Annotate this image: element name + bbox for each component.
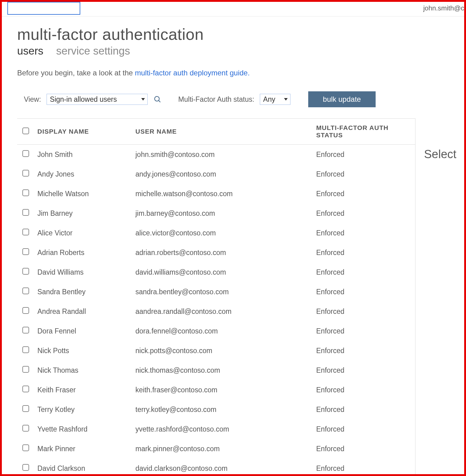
row-checkbox[interactable] bbox=[22, 386, 29, 392]
users-table-wrap: DISPLAY NAME USER NAME MULTI-FACTOR AUTH… bbox=[17, 118, 415, 476]
cell-user-name: jim.barney@contoso.com bbox=[132, 204, 313, 223]
select-all-checkbox[interactable] bbox=[22, 128, 29, 134]
table-row[interactable]: David Williamsdavid.williams@contoso.com… bbox=[17, 262, 415, 282]
cell-mfa-status: Enforced bbox=[313, 204, 415, 223]
cell-display-name: Yvette Rashford bbox=[34, 419, 132, 439]
table-row[interactable]: Nick Thomasnick.thomas@contoso.comEnforc… bbox=[17, 360, 415, 380]
cell-mfa-status: Enforced bbox=[313, 184, 415, 204]
row-checkbox[interactable] bbox=[22, 150, 29, 157]
cell-mfa-status: Enforced bbox=[313, 321, 415, 341]
row-checkbox[interactable] bbox=[22, 288, 29, 294]
row-checkbox[interactable] bbox=[22, 170, 29, 177]
row-checkbox[interactable] bbox=[22, 464, 29, 471]
account-email[interactable]: john.smith@c bbox=[423, 4, 464, 12]
cell-user-name: terry.kotley@contoso.com bbox=[132, 400, 313, 419]
cell-user-name: yvette.rashford@contoso.com bbox=[132, 419, 313, 439]
cell-display-name: Alice Victor bbox=[34, 223, 132, 243]
table-row[interactable]: Michelle Watsonmichelle.watson@contoso.c… bbox=[17, 184, 415, 204]
cell-display-name: Sandra Bentley bbox=[34, 282, 132, 302]
cell-mfa-status: Enforced bbox=[313, 282, 415, 302]
cell-display-name: David Williams bbox=[34, 262, 132, 282]
cell-user-name: aandrea.randall@contoso.com bbox=[132, 302, 313, 321]
row-checkbox[interactable] bbox=[22, 229, 29, 235]
svg-line-1 bbox=[158, 101, 160, 102]
row-checkbox[interactable] bbox=[22, 366, 29, 373]
table-row[interactable]: John Smithjohn.smith@contoso.comEnforced bbox=[17, 145, 415, 165]
toolbar: View: Sign-in allowed users Multi-Factor… bbox=[17, 91, 464, 107]
cell-display-name: David Clarkson bbox=[34, 459, 132, 476]
col-user-name[interactable]: USER NAME bbox=[132, 119, 313, 145]
row-checkbox[interactable] bbox=[22, 307, 29, 314]
table-row[interactable]: Adrian Robertsadrian.roberts@contoso.com… bbox=[17, 243, 415, 262]
row-checkbox[interactable] bbox=[22, 444, 29, 451]
table-row[interactable]: Jim Barneyjim.barney@contoso.comEnforced bbox=[17, 204, 415, 223]
cell-mfa-status: Enforced bbox=[313, 262, 415, 282]
cell-mfa-status: Enforced bbox=[313, 439, 415, 459]
search-icon[interactable] bbox=[153, 95, 162, 104]
main-row: DISPLAY NAME USER NAME MULTI-FACTOR AUTH… bbox=[17, 118, 464, 476]
table-row[interactable]: Yvette Rashfordyvette.rashford@contoso.c… bbox=[17, 419, 415, 439]
table-row[interactable]: Andy Jonesandy.jones@contoso.comEnforced bbox=[17, 164, 415, 184]
chevron-down-icon bbox=[284, 98, 288, 101]
row-checkbox[interactable] bbox=[22, 268, 29, 275]
side-panel: Select bbox=[415, 118, 464, 476]
table-row[interactable]: David Clarksondavid.clarkson@contoso.com… bbox=[17, 459, 415, 476]
cell-display-name: Terry Kotley bbox=[34, 400, 132, 419]
deployment-guide-link[interactable]: multi-factor auth deployment guide. bbox=[135, 69, 250, 77]
row-checkbox[interactable] bbox=[22, 346, 29, 353]
table-row[interactable]: Dora Fenneldora.fennel@contoso.comEnforc… bbox=[17, 321, 415, 341]
cell-mfa-status: Enforced bbox=[313, 419, 415, 439]
cell-user-name: john.smith@contoso.com bbox=[132, 145, 313, 165]
cell-user-name: nick.thomas@contoso.com bbox=[132, 360, 313, 380]
cell-user-name: nick.potts@contoso.com bbox=[132, 341, 313, 360]
cell-mfa-status: Enforced bbox=[313, 145, 415, 165]
view-select-value: Sign-in allowed users bbox=[50, 95, 117, 104]
row-checkbox[interactable] bbox=[22, 405, 29, 412]
table-row[interactable]: Andrea Randallaandrea.randall@contoso.co… bbox=[17, 302, 415, 321]
row-checkbox[interactable] bbox=[22, 248, 29, 255]
row-checkbox[interactable] bbox=[22, 327, 29, 333]
cell-user-name: michelle.watson@contoso.com bbox=[132, 184, 313, 204]
page-title: multi-factor authentication bbox=[17, 25, 464, 44]
col-mfa-status[interactable]: MULTI-FACTOR AUTH STATUS bbox=[313, 119, 415, 145]
cell-mfa-status: Enforced bbox=[313, 164, 415, 184]
cell-mfa-status: Enforced bbox=[313, 360, 415, 380]
table-row[interactable]: Alice Victoralice.victor@contoso.comEnfo… bbox=[17, 223, 415, 243]
intro-prefix: Before you begin, take a look at the bbox=[17, 69, 135, 77]
cell-user-name: david.williams@contoso.com bbox=[132, 262, 313, 282]
table-row[interactable]: Sandra Bentleysandra.bentley@contoso.com… bbox=[17, 282, 415, 302]
cell-user-name: adrian.roberts@contoso.com bbox=[132, 243, 313, 262]
row-checkbox[interactable] bbox=[22, 209, 29, 216]
cell-display-name: Michelle Watson bbox=[34, 184, 132, 204]
bulk-update-button[interactable]: bulk update bbox=[308, 91, 376, 107]
side-panel-hint: Select bbox=[424, 148, 457, 161]
tab-users[interactable]: users bbox=[17, 45, 44, 57]
cell-mfa-status: Enforced bbox=[313, 223, 415, 243]
col-display-name[interactable]: DISPLAY NAME bbox=[34, 119, 132, 145]
table-row[interactable]: Mark Pinnermark.pinner@contoso.comEnforc… bbox=[17, 439, 415, 459]
cell-display-name: Jim Barney bbox=[34, 204, 132, 223]
row-checkbox[interactable] bbox=[22, 425, 29, 432]
cell-mfa-status: Enforced bbox=[313, 380, 415, 400]
cell-mfa-status: Enforced bbox=[313, 341, 415, 360]
cell-display-name: Dora Fennel bbox=[34, 321, 132, 341]
cell-display-name: Adrian Roberts bbox=[34, 243, 132, 262]
app-frame: john.smith@c multi-factor authentication… bbox=[0, 0, 466, 476]
intro-text: Before you begin, take a look at the mul… bbox=[17, 69, 464, 77]
table-row[interactable]: Keith Fraserkeith.fraser@contoso.comEnfo… bbox=[17, 380, 415, 400]
chevron-down-icon bbox=[141, 98, 145, 101]
cell-display-name: Andy Jones bbox=[34, 164, 132, 184]
tab-service-settings[interactable]: service settings bbox=[56, 45, 130, 57]
mfa-status-select[interactable]: Any bbox=[260, 94, 290, 105]
users-table: DISPLAY NAME USER NAME MULTI-FACTOR AUTH… bbox=[17, 118, 415, 476]
logo-placeholder bbox=[7, 2, 80, 15]
view-select[interactable]: Sign-in allowed users bbox=[47, 94, 148, 105]
table-row[interactable]: Nick Pottsnick.potts@contoso.comEnforced bbox=[17, 341, 415, 360]
page-tabs: users service settings bbox=[17, 45, 464, 57]
row-checkbox[interactable] bbox=[22, 189, 29, 196]
cell-user-name: keith.fraser@contoso.com bbox=[132, 380, 313, 400]
table-row[interactable]: Terry Kotleyterry.kotley@contoso.comEnfo… bbox=[17, 400, 415, 419]
cell-display-name: Mark Pinner bbox=[34, 439, 132, 459]
cell-mfa-status: Enforced bbox=[313, 400, 415, 419]
cell-user-name: alice.victor@contoso.com bbox=[132, 223, 313, 243]
